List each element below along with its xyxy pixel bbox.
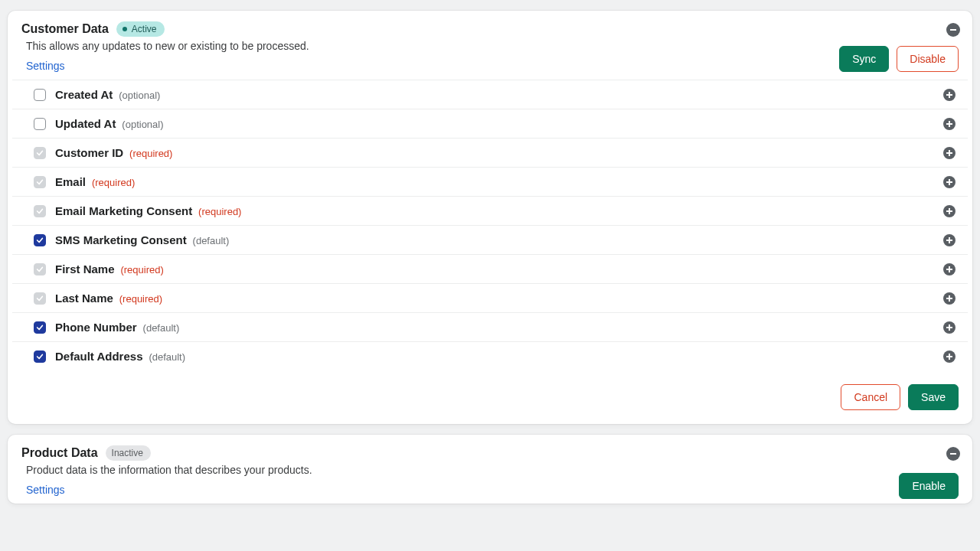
field-row: First Name (required) <box>12 255 968 284</box>
product-data-card: Product Data Inactive Product data is th… <box>8 435 972 504</box>
field-name-label: Customer ID <box>55 146 123 159</box>
customer-title: Customer Data <box>21 22 109 36</box>
field-name-label: First Name <box>55 262 115 276</box>
product-status-text: Inactive <box>112 448 143 458</box>
field-checkbox[interactable] <box>34 350 46 363</box>
field-row: Updated At (optional) <box>12 109 968 139</box>
field-tag-label: (optional) <box>119 90 160 101</box>
expand-field-icon[interactable] <box>943 234 956 246</box>
field-name-label: Last Name <box>55 292 113 305</box>
expand-field-icon[interactable] <box>943 263 956 276</box>
expand-field-icon[interactable] <box>943 292 956 305</box>
product-card-header: Product Data Inactive Product data is th… <box>8 435 972 504</box>
collapse-icon[interactable] <box>946 447 960 461</box>
expand-field-icon[interactable] <box>943 118 956 130</box>
expand-field-icon[interactable] <box>943 321 956 334</box>
field-row: Last Name (required) <box>12 284 968 313</box>
field-checkbox <box>34 263 46 276</box>
field-row: Phone Number (default) <box>12 313 968 342</box>
field-checkbox <box>34 205 46 217</box>
field-tag-label: (optional) <box>122 119 163 130</box>
field-row: Email (required) <box>12 168 968 197</box>
field-row: Customer ID (required) <box>12 139 968 168</box>
expand-field-icon[interactable] <box>943 89 956 101</box>
customer-settings-link[interactable]: Settings <box>26 60 65 72</box>
field-name-label: Created At <box>55 88 113 101</box>
expand-field-icon[interactable] <box>943 176 956 188</box>
customer-desc: This allows any updates to new or existi… <box>26 40 959 52</box>
field-tag-label: (required) <box>92 177 135 188</box>
field-name-label: Default Address <box>55 350 142 363</box>
field-tag-label: (required) <box>198 206 241 217</box>
field-tag-label: (default) <box>143 322 180 334</box>
disable-button[interactable]: Disable <box>897 46 959 72</box>
product-desc: Product data is the information that des… <box>26 464 959 476</box>
product-status-badge: Inactive <box>106 445 151 461</box>
customer-status-badge: Active <box>116 21 165 37</box>
field-checkbox <box>34 176 46 188</box>
field-tag-label: (required) <box>119 293 162 305</box>
field-row: Default Address (default) <box>12 342 968 370</box>
field-checkbox[interactable] <box>34 118 46 130</box>
field-row: Email Marketing Consent (required) <box>12 197 968 226</box>
customer-card-header: Customer Data Active This allows any upd… <box>8 11 972 80</box>
field-checkbox <box>34 292 46 305</box>
collapse-icon[interactable] <box>946 23 960 37</box>
expand-field-icon[interactable] <box>943 205 956 217</box>
field-checkbox[interactable] <box>34 321 46 334</box>
field-name-label: Email <box>55 175 86 188</box>
field-row: Created At (optional) <box>12 80 968 109</box>
field-tag-label: (default) <box>149 351 185 363</box>
cancel-button[interactable]: Cancel <box>841 384 900 410</box>
expand-field-icon[interactable] <box>943 147 956 159</box>
field-tag-label: (required) <box>120 264 163 276</box>
product-title: Product Data <box>21 446 98 460</box>
field-name-label: SMS Marketing Consent <box>55 233 187 246</box>
footer-actions: Cancel Save <box>8 370 972 424</box>
save-button[interactable]: Save <box>908 384 959 410</box>
status-dot-icon <box>122 27 127 31</box>
field-row: SMS Marketing Consent (default) <box>12 226 968 255</box>
field-checkbox[interactable] <box>34 234 46 246</box>
field-list: Created At (optional)Updated At (optiona… <box>12 80 968 370</box>
field-name-label: Email Marketing Consent <box>55 204 192 217</box>
field-tag-label: (default) <box>193 235 230 246</box>
customer-status-text: Active <box>132 24 157 34</box>
expand-field-icon[interactable] <box>943 350 956 363</box>
field-checkbox <box>34 147 46 159</box>
field-name-label: Phone Number <box>55 321 137 334</box>
field-checkbox[interactable] <box>34 89 46 101</box>
field-name-label: Updated At <box>55 117 116 130</box>
field-tag-label: (required) <box>129 148 172 159</box>
product-settings-link[interactable]: Settings <box>26 484 65 496</box>
enable-button[interactable]: Enable <box>899 473 959 499</box>
sync-button[interactable]: Sync <box>839 46 889 72</box>
customer-data-card: Customer Data Active This allows any upd… <box>8 11 972 424</box>
